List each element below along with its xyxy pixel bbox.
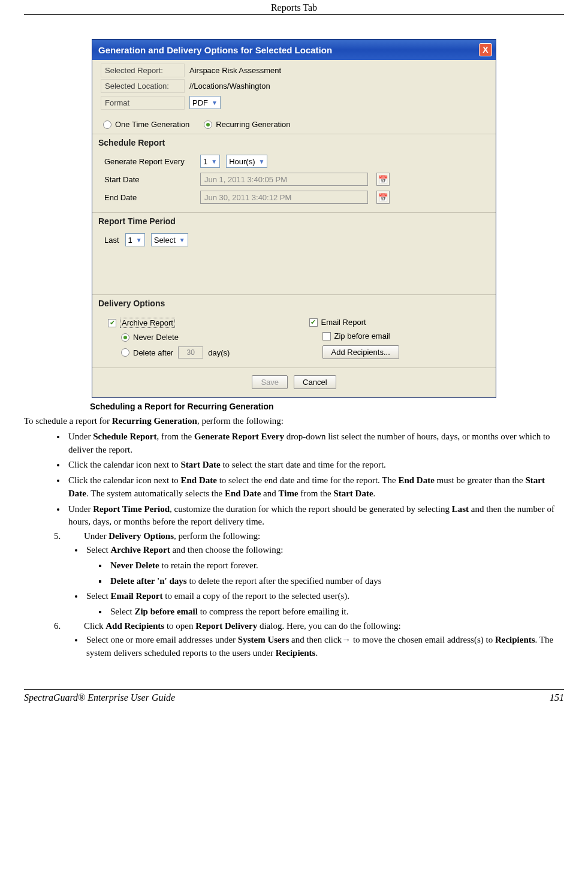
recurring-radio[interactable]: Recurring Generation (204, 120, 290, 129)
checkbox-icon: ✔ (108, 319, 116, 327)
email-label: Email Report (321, 318, 366, 327)
step-6: 6. Click Add Recipients to open Report D… (54, 621, 564, 631)
list-item: Under Schedule Report, from the Generate… (66, 430, 564, 457)
titlebar: Generation and Delivery Options for Sele… (92, 40, 496, 60)
never-delete-label: Never Delete (133, 333, 179, 342)
checkbox-icon (322, 332, 331, 340)
radio-icon (103, 120, 111, 129)
list-item: Select Email Report to email a copy of t… (84, 590, 564, 603)
delete-after-label: Delete after (133, 348, 173, 357)
end-date-input[interactable]: Jun 30, 2011 3:40:12 PM (200, 191, 368, 204)
list-item: Select Archive Report and then choose th… (84, 544, 564, 557)
chevron-down-icon: ▼ (136, 237, 142, 243)
dialog-title: Generation and Delivery Options for Sele… (98, 45, 332, 55)
page-number: 151 (550, 692, 564, 703)
selected-location-value: //Locations/Washington (185, 80, 487, 92)
last-unit-value: Select (154, 236, 176, 245)
schedule-heading: Schedule Report (92, 134, 496, 150)
days-label: day(s) (208, 348, 230, 357)
list-item: Delete after 'n' days to delete the repo… (108, 575, 564, 588)
selected-location-label: Selected Location: (101, 79, 185, 93)
delete-after-radio[interactable]: Delete after (121, 348, 173, 357)
list-item: Never Delete to retain the report foreve… (108, 559, 564, 572)
radio-icon (121, 333, 129, 342)
delete-days-input[interactable]: 30 (178, 346, 203, 358)
one-time-label: One Time Generation (115, 120, 189, 129)
delivery-heading: Delivery Options (92, 294, 496, 311)
save-button[interactable]: Save (252, 375, 288, 389)
last-num-select[interactable]: 1 ▼ (125, 233, 145, 246)
chevron-down-icon: ▼ (211, 158, 217, 165)
radio-icon (121, 348, 129, 357)
page-footer: SpectraGuard® Enterprise User Guide 151 (24, 689, 564, 706)
instructions: To schedule a report for Recurring Gener… (24, 415, 564, 659)
add-recipients-button[interactable]: Add Recipients... (322, 345, 399, 359)
format-label: Format (101, 96, 185, 110)
every-num-value: 1 (203, 157, 207, 166)
every-num-select[interactable]: 1 ▼ (200, 155, 220, 168)
cancel-button[interactable]: Cancel (294, 375, 336, 389)
format-select[interactable]: PDF ▼ (189, 96, 221, 109)
page-header: Reports Tab (24, 0, 564, 15)
text: Recurring Generation (112, 416, 197, 426)
list-item: Click the calendar icon next to End Date… (66, 474, 564, 501)
last-label: Last (104, 236, 119, 245)
calendar-icon[interactable]: 📅 (376, 173, 390, 186)
options-dialog: Generation and Delivery Options for Sele… (92, 39, 496, 398)
zip-label: Zip before email (334, 332, 390, 340)
start-date-input[interactable]: Jun 1, 2011 3:40:05 PM (200, 173, 368, 186)
every-unit-value: Hour(s) (229, 157, 255, 166)
chevron-down-icon: ▼ (212, 100, 218, 106)
checkbox-icon: ✔ (309, 318, 318, 327)
text: , perform the following: (197, 416, 284, 426)
chevron-down-icon: ▼ (179, 237, 185, 243)
list-item: Under Report Time Period, customize the … (66, 503, 564, 529)
selected-report-value: Airspace Risk Assessment (185, 64, 487, 77)
chevron-down-icon: ▼ (258, 158, 264, 165)
every-unit-select[interactable]: Hour(s) ▼ (226, 155, 267, 168)
every-label: Generate Report Every (104, 157, 194, 166)
zip-checkbox[interactable]: Zip before email (322, 332, 390, 340)
close-button[interactable]: X (479, 43, 492, 56)
figure-caption: Scheduling a Report for Recurring Genera… (90, 402, 564, 411)
start-date-label: Start Date (104, 175, 194, 184)
selected-report-label: Selected Report: (101, 64, 185, 77)
last-num-value: 1 (128, 236, 132, 245)
last-unit-select[interactable]: Select ▼ (151, 233, 188, 246)
one-time-radio[interactable]: One Time Generation (103, 120, 189, 129)
period-heading: Report Time Period (92, 212, 496, 228)
list-item: Select Zip before email to compress the … (108, 605, 564, 619)
calendar-icon[interactable]: 📅 (376, 191, 390, 204)
end-date-label: End Date (104, 193, 194, 202)
step-5: 5. Under Delivery Options, perform the f… (54, 531, 564, 541)
archive-checkbox[interactable]: ✔ Archive Report (108, 318, 175, 328)
footer-title: SpectraGuard® Enterprise User Guide (24, 692, 175, 703)
format-value: PDF (192, 98, 208, 107)
list-item: Select one or more email addresses under… (84, 634, 564, 660)
radio-icon (204, 120, 212, 129)
email-checkbox[interactable]: ✔ Email Report (309, 318, 366, 327)
never-delete-radio[interactable]: Never Delete (121, 333, 179, 342)
recurring-label: Recurring Generation (216, 120, 290, 129)
list-item: Click the calendar icon next to Start Da… (66, 459, 564, 472)
text: To schedule a report for (24, 416, 112, 426)
archive-label: Archive Report (120, 318, 175, 328)
